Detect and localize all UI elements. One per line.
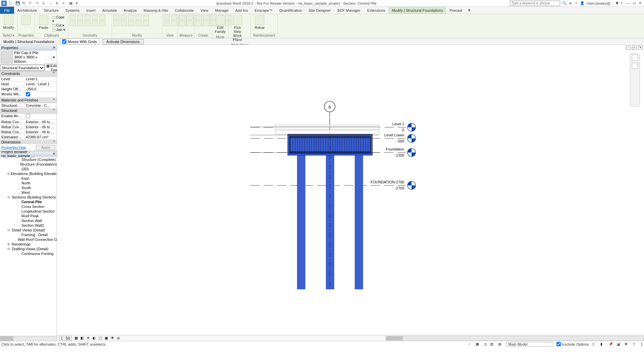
tree-node[interactable]: …Structure (Complete) bbox=[0, 157, 57, 162]
ribbon-tool-icon[interactable] bbox=[179, 15, 185, 20]
tree-expand-icon[interactable]: ⊟ bbox=[7, 247, 11, 251]
print-icon[interactable]: ⎙ bbox=[42, 1, 47, 6]
crop-view-icon[interactable]: ▢ bbox=[99, 336, 103, 341]
ribbon-button-pick-new-work-plane[interactable]: Pick New Work Plane bbox=[230, 15, 245, 42]
moves-with-grids-checkbox[interactable]: Moves With Grids bbox=[60, 39, 99, 44]
comm-icon[interactable]: ⫸ bbox=[569, 1, 573, 5]
show-crop-icon[interactable]: ▣ bbox=[105, 336, 109, 341]
search-input[interactable] bbox=[510, 1, 560, 6]
maximize-button[interactable]: ▭ bbox=[632, 1, 637, 5]
tab-annotate[interactable]: Annotate bbox=[99, 7, 120, 14]
prop-value[interactable]: 42385.87 cm³ bbox=[24, 135, 57, 139]
project-browser-hscroll[interactable] bbox=[0, 336, 57, 341]
ribbon-tool-icon[interactable] bbox=[121, 21, 127, 26]
ribbon-tool-icon[interactable] bbox=[113, 15, 119, 20]
type-selector[interactable]: Pile Cap-9 Pile 3800 x 3800 x 600mm ▾ bbox=[0, 50, 57, 64]
binoculars-icon[interactable]: 🔍 bbox=[562, 1, 567, 5]
tree-node[interactable]: ⊟Drafting Views (Detail) bbox=[0, 247, 57, 251]
detail-level-icon[interactable]: ▦ bbox=[74, 336, 79, 341]
tree-node[interactable]: ⊞Renderings bbox=[0, 242, 57, 247]
minimize-button[interactable]: — bbox=[626, 1, 631, 5]
close-hidden-icon[interactable]: ▦ bbox=[69, 1, 74, 6]
exclude-options-checkbox[interactable]: Exclude Options bbox=[556, 342, 589, 346]
ribbon-tool-icon[interactable] bbox=[164, 15, 170, 20]
shadows-icon[interactable]: ◐ bbox=[93, 336, 97, 341]
tree-node[interactable]: …{3D} bbox=[0, 167, 57, 171]
properties-help-link[interactable]: Properties help bbox=[1, 145, 26, 149]
user-name[interactable]: robin.beales@... bbox=[587, 1, 613, 5]
ribbon-tool-icon[interactable] bbox=[77, 15, 83, 20]
tree-node[interactable]: …Section Wall2 bbox=[0, 223, 57, 228]
tab-add-ins[interactable]: Add-Ins bbox=[232, 7, 251, 14]
visual-style-icon[interactable]: ◧ bbox=[80, 336, 85, 341]
tree-node[interactable]: …Continuous Footing bbox=[0, 251, 57, 256]
ribbon-tool-icon[interactable] bbox=[77, 21, 83, 26]
exclude-options-input[interactable] bbox=[556, 342, 561, 346]
ribbon-tool-icon[interactable] bbox=[203, 15, 209, 20]
select-links-icon[interactable]: ▯ bbox=[592, 342, 597, 347]
redo-icon[interactable]: ↷ bbox=[36, 1, 40, 6]
apply-button[interactable]: Apply bbox=[36, 145, 55, 150]
activate-dimensions-button[interactable]: Activate Dimensions bbox=[103, 39, 144, 44]
design-options-icon[interactable]: ▦ bbox=[476, 342, 480, 347]
tree-node[interactable]: …West bbox=[0, 190, 57, 195]
ribbon-tool-icon[interactable] bbox=[143, 15, 149, 20]
prop-value[interactable] bbox=[24, 92, 57, 97]
tab-modify-structural-foundations[interactable]: Modify | Structural Foundations bbox=[388, 7, 446, 14]
tab-massing-site[interactable]: Massing & Site bbox=[140, 7, 171, 14]
select-underlay-icon[interactable]: ▮ bbox=[600, 342, 605, 347]
sun-path-icon[interactable]: ☀ bbox=[87, 336, 91, 341]
switch-windows-icon[interactable]: ▾ bbox=[76, 1, 80, 6]
main-model-select[interactable]: Main Model bbox=[506, 342, 553, 347]
tab-architecture[interactable]: Architecture bbox=[14, 7, 41, 14]
ribbon-button-tool[interactable] bbox=[19, 15, 33, 26]
tab-analyze[interactable]: Analyze bbox=[120, 7, 140, 14]
tree-node[interactable]: …Longitudinal Section bbox=[0, 209, 57, 214]
worksets-icon[interactable]: ⛬ bbox=[468, 342, 472, 347]
view-scale[interactable]: 1 : 50 bbox=[59, 336, 72, 341]
model-groups-icon[interactable]: ▤ bbox=[498, 342, 503, 347]
ribbon-tool-icon[interactable] bbox=[113, 21, 119, 26]
tree-node[interactable]: …Wall Roof Connection Det bbox=[0, 237, 57, 242]
prop-value[interactable]: -350.0 bbox=[24, 87, 57, 91]
ribbon-tool-icon[interactable] bbox=[186, 15, 193, 20]
tree-node[interactable]: ⊟Elevations (Building Elevation bbox=[0, 171, 57, 176]
prop-value[interactable]: Exterior - #6 to ... bbox=[24, 125, 57, 129]
ribbon-small-cope-[interactable]: ⬚ Cope ▾ bbox=[52, 15, 67, 23]
ribbon-button-paste[interactable]: Paste bbox=[36, 15, 51, 30]
project-browser-close-icon[interactable]: ✕ bbox=[53, 152, 55, 156]
ribbon-tool-icon[interactable] bbox=[85, 15, 91, 20]
ribbon-tool-icon[interactable] bbox=[179, 21, 185, 26]
ribbon-tool-icon[interactable] bbox=[164, 21, 170, 26]
tab-file[interactable]: File bbox=[0, 7, 14, 14]
ribbon-tool-icon[interactable] bbox=[186, 21, 193, 26]
help-icon[interactable]: ? bbox=[621, 1, 623, 5]
tree-node[interactable]: …South bbox=[0, 185, 57, 190]
ribbon-button-rebar[interactable]: Rebar bbox=[252, 15, 267, 30]
tree-node[interactable]: …East bbox=[0, 176, 57, 181]
properties-close-icon[interactable]: ✕ bbox=[53, 46, 55, 49]
prop-checkbox[interactable] bbox=[26, 92, 30, 96]
tab-site-designer[interactable]: Site Designer bbox=[305, 7, 334, 14]
exchange-icon[interactable]: ✖ bbox=[615, 1, 619, 5]
prop-category[interactable]: Structural⌃ bbox=[0, 108, 57, 114]
ribbon-button-modify[interactable]: Modify bbox=[1, 15, 16, 30]
sync-icon[interactable]: ⟲ bbox=[22, 1, 27, 6]
type-dropdown-icon[interactable]: ▾ bbox=[52, 55, 56, 59]
ribbon-tool-icon[interactable] bbox=[196, 15, 202, 20]
tab-extensions[interactable]: Extensions bbox=[364, 7, 389, 14]
tab-bcf-manager[interactable]: BCF Manager bbox=[334, 7, 364, 14]
prop-value[interactable]: Concrete - C... bbox=[24, 103, 57, 108]
ribbon-tool-icon[interactable] bbox=[143, 21, 149, 26]
drag-elements-icon[interactable]: ✥ bbox=[625, 342, 629, 347]
project-browser-tree[interactable]: …Structure (Complete)…Structure (Foundat… bbox=[0, 157, 57, 336]
tree-node[interactable]: …Cross Section bbox=[0, 204, 57, 209]
tree-node[interactable]: …Structure (Foundation) bbox=[0, 162, 57, 167]
ribbon-button-edit-family[interactable]: Edit Family bbox=[213, 15, 227, 34]
tab-quantification[interactable]: Quantification bbox=[276, 7, 305, 14]
ribbon-tool-icon[interactable] bbox=[121, 15, 127, 20]
editable-only-icon[interactable]: ▥ bbox=[490, 342, 495, 347]
signin-icon[interactable]: 👤 bbox=[580, 1, 585, 5]
prop-category[interactable]: Dimensions⌃ bbox=[0, 140, 57, 143]
tab-structure[interactable]: Structure bbox=[40, 7, 62, 14]
